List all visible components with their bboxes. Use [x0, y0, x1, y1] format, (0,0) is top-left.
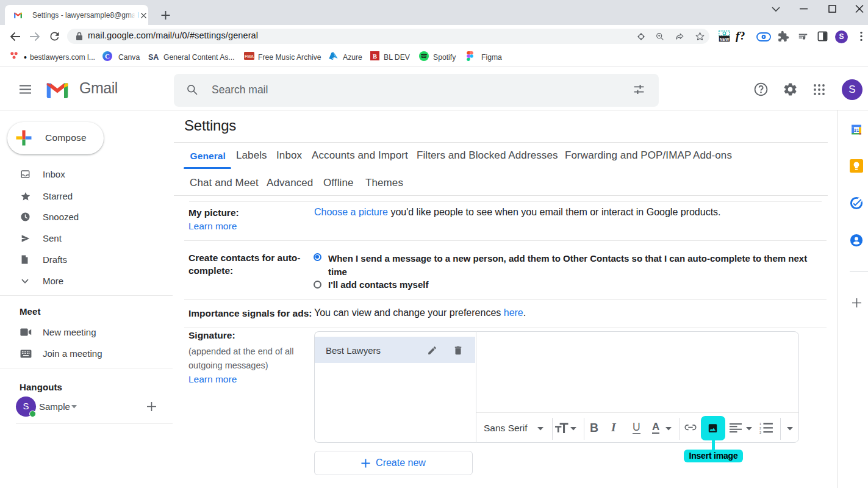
svg-text:FMA: FMA — [245, 54, 254, 59]
svg-text:31: 31 — [854, 127, 859, 133]
svg-text:B: B — [373, 53, 377, 60]
svg-text:3: 3 — [759, 431, 761, 434]
svg-text:2: 2 — [759, 426, 761, 430]
svg-text:NEW: NEW — [720, 37, 730, 41]
svg-text:C: C — [105, 52, 110, 60]
svg-text:1: 1 — [759, 422, 761, 426]
